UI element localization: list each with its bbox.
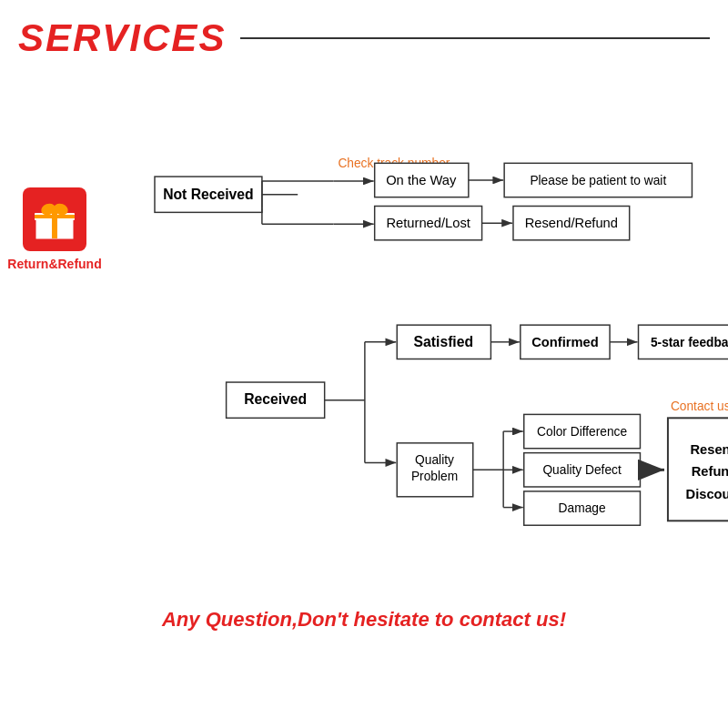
diagram-svg: Not Received Check track number On the W… bbox=[100, 78, 719, 588]
satisfied-label: Satisfied bbox=[414, 334, 473, 349]
not-received-label: Not Received bbox=[163, 187, 254, 202]
discount-label: Discount bbox=[686, 487, 728, 501]
quality-problem-label-2: Problem bbox=[411, 470, 458, 483]
received-label: Received bbox=[244, 391, 307, 407]
resend-label: Resend bbox=[690, 442, 728, 457]
damage-label: Damage bbox=[559, 501, 606, 515]
header: SERVICES bbox=[0, 0, 728, 69]
svg-rect-10 bbox=[52, 220, 57, 238]
page-title: SERVICES bbox=[18, 16, 226, 60]
diagram-area: Not Received Check track number On the W… bbox=[100, 78, 719, 592]
quality-problem-label-1: Quality bbox=[415, 453, 454, 467]
contact-us-2-label: Contact us bbox=[671, 399, 728, 413]
gift-svg bbox=[32, 197, 77, 242]
svg-rect-4 bbox=[35, 215, 75, 218]
icon-label: Return&Refund bbox=[7, 257, 101, 271]
refund-label: Refund bbox=[692, 464, 728, 479]
returned-lost-label: Returned/Lost bbox=[386, 216, 470, 230]
color-diff-label: Color Difference bbox=[537, 425, 627, 439]
on-the-way-label: On the Way bbox=[386, 173, 457, 187]
confirmed-label: Confirmed bbox=[531, 335, 599, 349]
bottom-text: Any Question,Don't hesitate to contact u… bbox=[0, 592, 728, 632]
please-wait-label: Please be patient to wait bbox=[530, 174, 666, 187]
header-divider bbox=[240, 37, 710, 39]
quality-defect-label: Quality Defect bbox=[542, 463, 622, 477]
five-star-label: 5-star feedback bbox=[651, 336, 728, 349]
gift-icon bbox=[23, 187, 86, 251]
icon-area: Return&Refund bbox=[9, 78, 100, 592]
svg-point-7 bbox=[51, 207, 58, 215]
resend-refund-label: Resend/Refund bbox=[525, 216, 618, 230]
main-content: Return&Refund Not Received Check track n… bbox=[0, 69, 728, 592]
